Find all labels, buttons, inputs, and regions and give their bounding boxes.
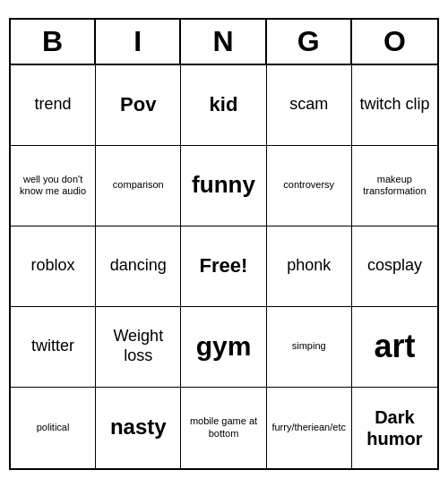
bingo-cell-17[interactable]: gym: [181, 307, 266, 388]
bingo-cell-8[interactable]: controversy: [267, 146, 352, 226]
bingo-cell-10[interactable]: roblox: [11, 226, 96, 307]
bingo-cell-9[interactable]: makeup transformation: [352, 146, 437, 226]
header-n: N: [181, 20, 266, 64]
bingo-cell-15[interactable]: twitter: [11, 307, 96, 388]
bingo-cell-22[interactable]: mobile game at bottom: [181, 388, 266, 468]
bingo-cell-14[interactable]: cosplay: [352, 226, 437, 307]
bingo-cell-7[interactable]: funny: [181, 146, 266, 226]
bingo-cell-23[interactable]: furry/theriean/etc: [267, 388, 352, 468]
bingo-cell-11[interactable]: dancing: [96, 226, 181, 307]
bingo-cell-13[interactable]: phonk: [267, 226, 352, 307]
bingo-cell-18[interactable]: simping: [267, 307, 352, 388]
header-b: B: [11, 20, 96, 64]
bingo-header: B I N G O: [11, 20, 437, 65]
bingo-cell-16[interactable]: Weight loss: [96, 307, 181, 388]
bingo-card: B I N G O trendPovkidscamtwitch clipwell…: [9, 18, 439, 470]
header-i: I: [96, 20, 181, 64]
header-o: O: [352, 20, 437, 64]
bingo-cell-6[interactable]: comparison: [96, 146, 181, 226]
bingo-cell-20[interactable]: political: [11, 388, 96, 468]
bingo-cell-0[interactable]: trend: [11, 65, 96, 146]
bingo-cell-5[interactable]: well you don't know me audio: [11, 146, 96, 226]
bingo-cell-24[interactable]: Dark humor: [352, 388, 437, 468]
header-g: G: [267, 20, 352, 64]
bingo-cell-21[interactable]: nasty: [96, 388, 181, 468]
bingo-cell-3[interactable]: scam: [267, 65, 352, 146]
bingo-grid: trendPovkidscamtwitch clipwell you don't…: [11, 65, 437, 468]
bingo-cell-12[interactable]: Free!: [181, 226, 266, 307]
bingo-cell-4[interactable]: twitch clip: [352, 65, 437, 146]
bingo-cell-19[interactable]: art: [352, 307, 437, 388]
bingo-cell-1[interactable]: Pov: [96, 65, 181, 146]
bingo-cell-2[interactable]: kid: [181, 65, 266, 146]
